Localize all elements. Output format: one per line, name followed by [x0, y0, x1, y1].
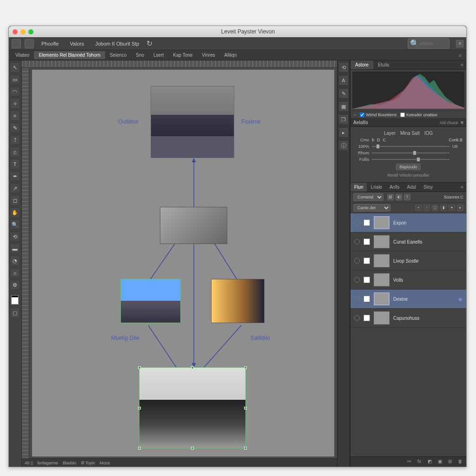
layer-kind-select[interactable]: Cante.der: [353, 204, 390, 212]
close-window-icon[interactable]: [13, 29, 18, 34]
node-portrait-top[interactable]: [151, 86, 234, 158]
filter-pixel-icon[interactable]: ▧: [387, 194, 394, 200]
chevron-down-icon[interactable]: ▾: [449, 205, 455, 211]
adj-button[interactable]: Bapioudo: [396, 164, 420, 170]
layer-mask-thumb[interactable]: [364, 219, 370, 226]
lp-tab-adsl[interactable]: Adsl: [403, 183, 420, 192]
lock-pixel-icon[interactable]: +: [415, 205, 422, 211]
layer-mask-thumb[interactable]: [364, 315, 370, 321]
blend-mode-select[interactable]: Comend: [353, 193, 383, 201]
layer-thumb[interactable]: [374, 311, 390, 324]
canvas[interactable]: Outlilme Foxlime Muetig Glie Satildilo: [32, 70, 334, 456]
zoom-tool-icon[interactable]: 🔍: [10, 219, 20, 230]
hist-refresh-icon[interactable]: ○: [353, 112, 356, 117]
follis-slider[interactable]: [372, 157, 450, 162]
zoom-level[interactable]: 49 ▯: [25, 461, 33, 465]
layer-mask-thumb[interactable]: [364, 258, 370, 264]
layer-mask-thumb[interactable]: [364, 277, 370, 283]
filter-adj-icon[interactable]: ◐: [396, 194, 402, 200]
dock-char-icon[interactable]: A: [338, 75, 349, 86]
ruler-horizontal[interactable]: [22, 60, 337, 68]
hist-menu-icon[interactable]: ≡: [458, 60, 466, 69]
layer-row[interactable]: Livop Sostle: [350, 251, 466, 271]
tab-etulis[interactable]: Etulis: [373, 60, 394, 69]
lp-tab-flun[interactable]: Flun: [350, 183, 367, 192]
shape-tool-icon[interactable]: ◻: [10, 195, 20, 205]
gradient-tool-icon[interactable]: ▬: [10, 244, 20, 254]
color-swatch[interactable]: [10, 294, 20, 306]
layer-name[interactable]: Volls: [393, 278, 403, 283]
adj-preset-dropdown[interactable]: Aid chuce: [440, 120, 458, 125]
hand-tool-icon[interactable]: ✋: [10, 207, 20, 218]
minimize-window-icon[interactable]: [20, 29, 26, 34]
layer-name[interactable]: Dexine: [393, 297, 408, 302]
new-layer-icon[interactable]: ⊞: [447, 459, 453, 465]
close-panel-icon[interactable]: ✕: [456, 40, 463, 47]
layer-thumb[interactable]: [374, 292, 390, 305]
blur-tool-icon[interactable]: ◔: [10, 256, 20, 266]
option-jobom[interactable]: Jobom II Oburit Stp: [92, 40, 143, 47]
dock-info-icon[interactable]: ⓘ: [338, 140, 349, 151]
tab-sno[interactable]: Sno: [131, 51, 149, 59]
tabs-menu-icon[interactable]: ≡: [456, 53, 464, 58]
layer-name[interactable]: Expon: [393, 220, 406, 225]
layer-row[interactable]: Dexine ◉: [350, 290, 466, 309]
subtab-iog[interactable]: IOG: [424, 131, 433, 136]
crop-tool-icon[interactable]: ⌗: [10, 111, 20, 121]
dock-brush-icon[interactable]: ✎: [338, 88, 349, 99]
lp-menu-icon[interactable]: ≡: [458, 183, 466, 192]
rotate-tool-icon[interactable]: ⟲: [10, 231, 20, 242]
lock-pos-icon[interactable]: ▫: [423, 205, 430, 211]
search-input[interactable]: [419, 41, 447, 46]
tab-kaptone[interactable]: Kap Tone: [168, 51, 197, 59]
visibility-icon[interactable]: [354, 315, 360, 321]
dock-layers-icon[interactable]: ❐: [338, 114, 349, 125]
visibility-icon[interactable]: [354, 258, 360, 264]
eyedropper-tool-icon[interactable]: ✎: [10, 123, 20, 133]
layer-mask-icon[interactable]: ◩: [426, 459, 433, 465]
search-box[interactable]: 🔍: [408, 38, 450, 49]
quickmask-icon[interactable]: ▢: [10, 308, 20, 318]
layer-thumb[interactable]: [374, 235, 390, 248]
dock-actions-icon[interactable]: ▸: [338, 127, 349, 138]
lock-trans-icon[interactable]: ▮: [440, 205, 447, 211]
tab-vinres[interactable]: Vinres: [197, 51, 219, 59]
tab-elemento[interactable]: Elemento Rel Blannéd Tohorn: [34, 51, 105, 59]
brush-tool-icon[interactable]: ℐ: [10, 135, 20, 145]
node-bw-hat[interactable]: [139, 367, 246, 449]
zoom-window-icon[interactable]: [28, 29, 33, 34]
lp-tab-lriale[interactable]: Lriale: [367, 183, 385, 192]
titlebar[interactable]: Leveit Payster Vievon: [9, 26, 466, 37]
visibility-icon[interactable]: [354, 220, 360, 225]
layer-thumb[interactable]: [374, 216, 390, 229]
tab-lsert[interactable]: Lsert: [149, 51, 168, 59]
layer-row[interactable]: Cunat Eanells: [350, 232, 466, 251]
wand-tool-icon[interactable]: ✧: [10, 99, 20, 109]
node-bw-pair[interactable]: [160, 207, 227, 244]
layer-name[interactable]: Livop Sostle: [393, 258, 418, 264]
layer-fx-badge[interactable]: ◉: [458, 297, 463, 302]
move-tool-icon[interactable]: ↖: [10, 62, 20, 73]
path-tool-icon[interactable]: ↗: [10, 183, 20, 193]
lasso-tool-icon[interactable]: ◠: [10, 86, 20, 97]
node-beach[interactable]: [120, 279, 181, 323]
layer-name[interactable]: Capunohuss: [393, 316, 419, 321]
home-icon[interactable]: [25, 39, 34, 48]
more-icon[interactable]: ▸: [457, 205, 463, 211]
tab-vilateo[interactable]: Vilateo: [11, 51, 34, 59]
adj-menu-icon[interactable]: ≡: [461, 120, 463, 125]
stamp-tool-icon[interactable]: ⎌: [10, 147, 20, 157]
edit-tool-icon[interactable]: ⚙: [10, 280, 20, 290]
refresh-icon[interactable]: ↻: [146, 39, 156, 48]
tab-astore[interactable]: Astore: [350, 60, 373, 69]
node-sunset[interactable]: [211, 279, 264, 323]
ruler-vertical[interactable]: [22, 68, 29, 458]
visibility-icon[interactable]: [354, 239, 360, 245]
hist-opt1[interactable]: Wtmd Bountiens: [360, 112, 397, 117]
tab-seienco[interactable]: Seienco: [105, 51, 131, 59]
lp-tab-stoy[interactable]: Stoy: [420, 183, 436, 192]
lock-all-icon[interactable]: ▢: [432, 205, 438, 211]
layer-thumb[interactable]: [374, 254, 390, 267]
layer-row[interactable]: Expon: [350, 213, 466, 232]
layer-mask-thumb[interactable]: [364, 238, 370, 245]
